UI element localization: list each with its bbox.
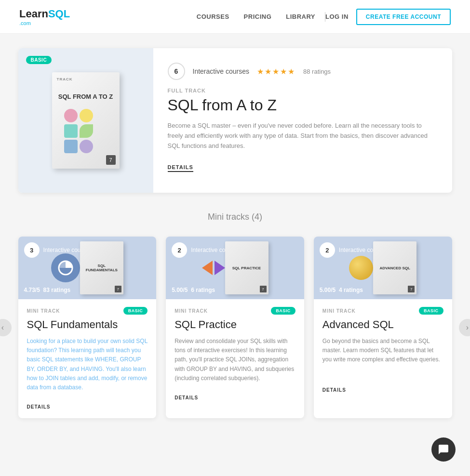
mini-track-image-1: 3 Interactive courses SQL FUNDAMENTALS — [18, 237, 157, 299]
arrows-icon — [202, 261, 225, 275]
mini-book-2: SQL PRACTICE 7 — [225, 241, 269, 294]
mini-type-row-1: MINI TRACK BASIC — [27, 307, 148, 315]
interactive-courses-label: Interactive courses — [193, 67, 250, 75]
mini-book-num-2: 7 — [260, 286, 267, 292]
create-account-button[interactable]: CREATE FREE ACCOUNT — [356, 9, 451, 25]
rating-count-2: 6 ratings — [191, 287, 215, 293]
full-track-info: 6 Interactive courses ★★★★★ 88 ratings F… — [153, 48, 452, 193]
mini-tracks-section: Mini tracks (4) ‹ 3 Interactive courses — [18, 212, 452, 418]
mini-count-2: 2 — [172, 242, 187, 258]
mini-book-title-3: ADVANCED SQL — [377, 264, 412, 272]
mini-book-num-1: 7 — [115, 286, 121, 292]
prev-arrow[interactable]: ‹ — [0, 319, 12, 336]
nav-pricing[interactable]: PRICING — [244, 13, 272, 20]
rating-score-2: 5.00/5 — [172, 287, 188, 293]
navbar: LearnSQL .com COURSES PRICING LIBRARY LO… — [0, 0, 470, 34]
fundamentals-icon — [51, 253, 80, 282]
arrow-left-icon — [202, 261, 213, 275]
mini-tracks-header: Mini tracks (4) — [18, 212, 452, 222]
mini-track-image-2: 2 Interactive courses SQL PRACTICE 7 — [166, 237, 304, 299]
next-arrow[interactable]: › — [459, 319, 470, 336]
mini-count-1: 3 — [24, 242, 40, 258]
mini-track-info-1: MINI TRACK BASIC SQL Fundamentals Lookin… — [18, 299, 157, 418]
logo-learn: Learn — [19, 8, 48, 20]
mini-track-desc-2: Review and consolidate your SQL skills w… — [175, 337, 295, 383]
logo-sql: SQL — [48, 8, 70, 20]
mini-track-image-3: 2 Interactive courses ADVANCED SQL 7 5.0… — [314, 237, 452, 299]
mini-book-3: ADVANCED SQL 7 — [373, 241, 416, 294]
mini-track-title-3: Advanced SQL — [322, 318, 443, 331]
mini-book-title-2: SQL PRACTICE — [230, 264, 263, 272]
shape-blue — [64, 140, 78, 153]
mini-track-card-2: 2 Interactive courses SQL PRACTICE 7 — [166, 237, 304, 418]
mini-tracks-wrapper: ‹ 3 Interactive courses — [18, 237, 452, 418]
mini-track-desc-1: Looking for a place to build your own so… — [27, 337, 148, 392]
mini-rating-1: 4.73/5 83 ratings — [24, 287, 71, 293]
page-content: BASIC TRACK SQL FROM A TO Z 7 6 Interact… — [9, 34, 462, 433]
pie-chart-icon — [57, 259, 74, 277]
rating-score-1: 4.73/5 — [24, 287, 40, 293]
mini-tracks-grid: 3 Interactive courses SQL FUNDAMENTALS — [18, 237, 452, 418]
mini-count-3: 2 — [320, 242, 335, 258]
mini-badge-1: BASIC — [123, 307, 148, 315]
mini-book-num-3: 7 — [408, 286, 415, 292]
nav-links: COURSES PRICING LIBRARY — [197, 13, 315, 20]
mini-details-link-2[interactable]: DETAILS — [175, 395, 198, 400]
logo-sub: .com — [19, 20, 70, 26]
arrow-right-icon — [215, 261, 225, 275]
book-track-label: TRACK — [57, 77, 73, 81]
shape-green — [80, 124, 93, 138]
full-track-image: BASIC TRACK SQL FROM A TO Z 7 — [18, 48, 153, 193]
track-details-link[interactable]: DETAILS — [168, 164, 193, 172]
rating-score-3: 5.00/5 — [320, 287, 336, 293]
mini-type-row-2: MINI TRACK BASIC — [175, 307, 295, 315]
mini-badge-2: BASIC — [271, 307, 295, 315]
login-button[interactable]: LOG IN — [325, 13, 349, 20]
mini-track-type-1: MINI TRACK — [27, 308, 60, 314]
mini-track-card-1: 3 Interactive courses SQL FUNDAMENTALS — [18, 237, 157, 418]
mini-track-title-2: SQL Practice — [175, 318, 295, 331]
book-design — [64, 109, 107, 153]
shape-pink — [64, 109, 78, 122]
book-cover-title: SQL FROM A TO Z — [54, 88, 118, 105]
mini-book-title-1: SQL FUNDAMENTALS — [80, 262, 123, 274]
mini-track-desc-3: Go beyond the basics and become a SQL ma… — [322, 337, 443, 375]
mini-rating-3: 5.00/5 4 ratings — [320, 287, 363, 293]
book-num: 7 — [106, 155, 116, 165]
mini-rating-2: 5.00/5 6 ratings — [172, 287, 215, 293]
mini-track-card-3: 2 Interactive courses ADVANCED SQL 7 5.0… — [314, 237, 452, 418]
mini-track-type-2: MINI TRACK — [175, 308, 208, 314]
mini-book-1: SQL FUNDAMENTALS 7 — [80, 241, 123, 294]
track-type-label: FULL TRACK — [168, 88, 438, 93]
nav-courses[interactable]: COURSES — [197, 13, 229, 20]
rating-count-3: 4 ratings — [339, 287, 363, 293]
rating-count-1: 83 ratings — [43, 287, 71, 293]
shape-teal — [64, 124, 78, 138]
coin-icon — [349, 256, 373, 280]
track-description: Become a SQL master – even if you've nev… — [168, 121, 438, 151]
basic-badge: BASIC — [26, 56, 52, 64]
logo: LearnSQL .com — [19, 8, 70, 26]
mini-track-type-3: MINI TRACK — [322, 308, 356, 314]
mini-details-link-3[interactable]: DETAILS — [322, 387, 346, 393]
book-cover: TRACK SQL FROM A TO Z 7 — [52, 72, 120, 169]
ratings-count: 88 ratings — [303, 68, 331, 75]
shape-purple — [80, 140, 93, 153]
mini-track-info-3: MINI TRACK BASIC Advanced SQL Go beyond … — [314, 299, 452, 401]
star-rating: ★★★★★ — [257, 67, 295, 76]
nav-library[interactable]: LIBRARY — [286, 13, 315, 20]
mini-track-info-2: MINI TRACK BASIC SQL Practice Review and… — [166, 299, 304, 409]
course-meta: 6 Interactive courses ★★★★★ 88 ratings — [168, 63, 438, 80]
mini-track-title-1: SQL Fundamentals — [27, 318, 148, 331]
track-title: SQL from A to Z — [168, 96, 438, 114]
shape-yellow — [80, 109, 93, 122]
mini-type-row-3: MINI TRACK BASIC — [322, 307, 443, 315]
mini-badge-3: BASIC — [419, 307, 443, 315]
course-count: 6 — [168, 63, 185, 80]
mini-details-link-1[interactable]: DETAILS — [27, 404, 51, 410]
full-track-card: BASIC TRACK SQL FROM A TO Z 7 6 Interact… — [18, 48, 452, 193]
